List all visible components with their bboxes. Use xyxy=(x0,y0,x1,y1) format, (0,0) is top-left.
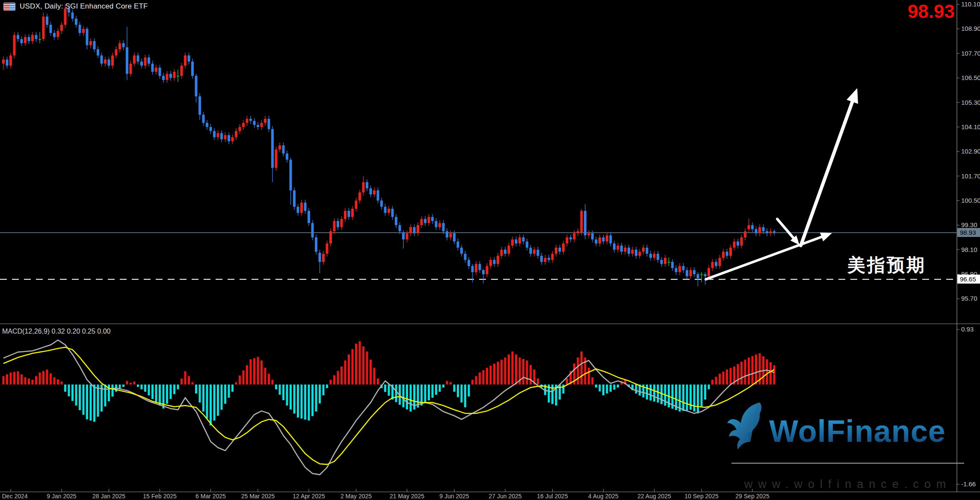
time-axis-labels: 18 Dec 20249 Jan 202528 Jan 202515 Feb 2… xyxy=(0,489,770,500)
annotation-text[interactable]: 美指预期 xyxy=(838,253,936,277)
svg-text:98.93: 98.93 xyxy=(960,229,976,236)
svg-text:101.70: 101.70 xyxy=(961,172,980,180)
svg-text:105.30: 105.30 xyxy=(961,99,980,106)
macd-signal-line xyxy=(3,347,774,464)
chart-header: USDX, Daily: SGI Enhanced Core ETF xyxy=(3,2,148,11)
svg-text:18 Dec 2024: 18 Dec 2024 xyxy=(0,493,28,500)
svg-text:21 May 2025: 21 May 2025 xyxy=(390,493,424,500)
svg-text:27 Jun 2025: 27 Jun 2025 xyxy=(489,493,521,500)
chart-canvas[interactable]: 110.10108.90107.70106.50105.30104.10102.… xyxy=(0,0,980,500)
svg-text:95.70: 95.70 xyxy=(961,295,977,302)
chart-frame xyxy=(0,0,980,492)
svg-text:6 Mar 2025: 6 Mar 2025 xyxy=(195,493,226,500)
svg-text:22 Aug 2025: 22 Aug 2025 xyxy=(637,493,671,500)
trading-terminal: 110.10108.90107.70106.50105.30104.10102.… xyxy=(0,0,980,500)
icon-red-half xyxy=(4,3,9,10)
svg-text:104.10: 104.10 xyxy=(961,123,980,130)
svg-text:-1.66: -1.66 xyxy=(961,480,976,488)
svg-text:107.70: 107.70 xyxy=(961,50,980,57)
svg-text:15 Feb 2025: 15 Feb 2025 xyxy=(143,493,177,500)
svg-text:10 Sep 2025: 10 Sep 2025 xyxy=(684,493,719,500)
annotation-arrows[interactable] xyxy=(706,88,858,279)
svg-text:108.90: 108.90 xyxy=(961,25,980,32)
svg-text:99.30: 99.30 xyxy=(961,221,977,228)
chart-window-icon xyxy=(3,3,15,11)
svg-text:106.50: 106.50 xyxy=(961,74,980,81)
svg-text:12 Apr 2025: 12 Apr 2025 xyxy=(293,493,325,500)
price-axis-labels: 110.10108.90107.70106.50105.30104.10102.… xyxy=(957,0,980,488)
svg-text:100.50: 100.50 xyxy=(961,197,980,204)
macd-layer xyxy=(3,340,776,475)
svg-text:29 Sep 2025: 29 Sep 2025 xyxy=(735,493,770,500)
svg-text:0.93: 0.93 xyxy=(961,325,974,333)
svg-text:16 Jul 2025: 16 Jul 2025 xyxy=(537,493,568,500)
big-price-overlay: 98.93 xyxy=(873,1,955,22)
svg-text:9 Jun 2025: 9 Jun 2025 xyxy=(439,493,469,500)
symbol-title: USDX, Daily: SGI Enhanced Core ETF xyxy=(20,2,148,11)
svg-text:2 May 2025: 2 May 2025 xyxy=(340,493,372,500)
svg-text:110.10: 110.10 xyxy=(961,0,980,8)
svg-text:4 Aug 2025: 4 Aug 2025 xyxy=(588,493,619,500)
candles-layer xyxy=(2,4,776,287)
svg-text:102.90: 102.90 xyxy=(961,148,980,155)
icon-blue-half xyxy=(9,3,15,10)
svg-text:28 Jan 2025: 28 Jan 2025 xyxy=(92,493,125,500)
macd-main-line xyxy=(3,340,774,475)
svg-text:25 Mar 2025: 25 Mar 2025 xyxy=(241,493,275,500)
svg-text:9 Jan 2025: 9 Jan 2025 xyxy=(47,493,76,500)
svg-text:98.10: 98.10 xyxy=(961,246,977,253)
macd-indicator-label: MACD(12,26,9) 0.32 0.20 0.25 0.00 xyxy=(2,328,111,335)
svg-text:96.65: 96.65 xyxy=(960,275,976,283)
